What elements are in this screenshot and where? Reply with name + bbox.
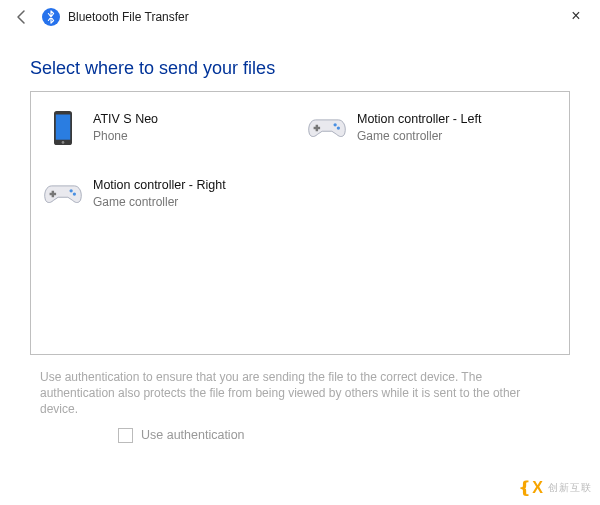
svg-point-3 [334,123,337,126]
device-type-label: Game controller [93,195,226,210]
svg-point-7 [70,189,73,192]
svg-point-8 [73,192,76,195]
authentication-help-text: Use authentication to ensure that you ar… [40,369,560,418]
svg-point-4 [337,126,340,129]
svg-rect-10 [50,193,57,195]
phone-icon [43,108,83,148]
window-title: Bluetooth File Transfer [68,10,189,24]
device-item-motion-left[interactable]: Motion controller - Left Game controller [305,106,559,150]
use-authentication-checkbox[interactable] [118,428,133,443]
watermark-text: 创新互联 [548,481,592,495]
gamepad-icon [43,174,83,214]
device-item-motion-right[interactable]: Motion controller - Right Game controlle… [41,172,295,216]
svg-rect-6 [314,127,321,129]
device-type-label: Phone [93,129,158,144]
svg-rect-1 [56,115,70,140]
bluetooth-icon [42,8,60,26]
device-name-label: Motion controller - Left [357,112,481,128]
device-name-label: ATIV S Neo [93,112,158,128]
back-button[interactable] [8,3,36,31]
close-button[interactable]: × [566,6,586,26]
device-list-box: ATIV S Neo Phone Motion controller - Lef… [30,91,570,355]
watermark: ❴X 创新互联 [518,478,592,497]
page-heading: Select where to send your files [30,58,570,79]
svg-point-2 [62,141,65,144]
device-item-ativ-s-neo[interactable]: ATIV S Neo Phone [41,106,295,150]
gamepad-icon [307,108,347,148]
use-authentication-label: Use authentication [141,428,245,442]
device-name-label: Motion controller - Right [93,178,226,194]
device-type-label: Game controller [357,129,481,144]
watermark-logo-icon: ❴X [518,478,544,497]
